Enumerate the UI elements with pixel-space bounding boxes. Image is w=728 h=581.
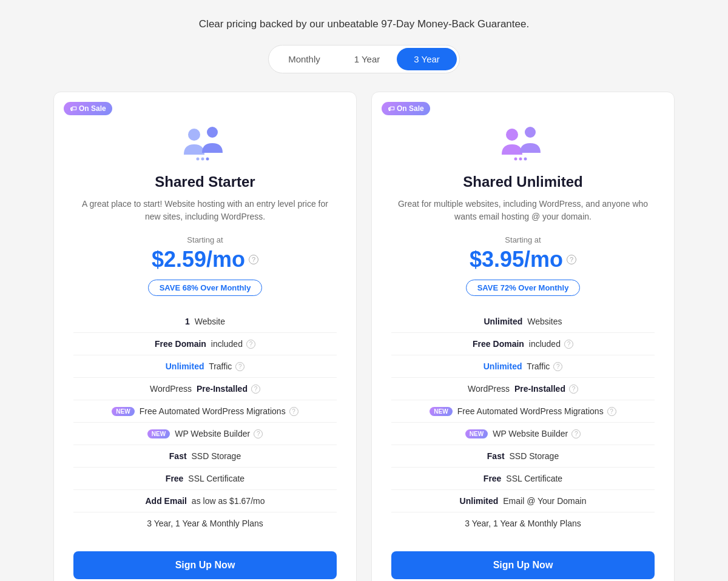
feature-builder-ul: NEW WP Website Builder ?	[391, 423, 655, 445]
price-value-starter: $2.59/mo	[152, 247, 245, 272]
traffic-help-icon-ul[interactable]: ?	[553, 362, 562, 371]
svg-point-5	[506, 129, 518, 141]
traffic-help-icon[interactable]: ?	[235, 362, 244, 371]
migrations-help-icon[interactable]: ?	[289, 407, 298, 416]
signup-button-starter[interactable]: Sign Up Now	[73, 551, 337, 579]
svg-point-6	[525, 127, 536, 138]
builder-help-icon[interactable]: ?	[254, 429, 263, 438]
save-badge-unlimited: SAVE 72% Over Monthly	[466, 280, 581, 296]
wp-help-icon[interactable]: ?	[251, 385, 260, 394]
price-help-icon-starter[interactable]: ?	[249, 255, 258, 264]
card-shared-starter: On Sale Shared Starter A great place to …	[53, 92, 357, 581]
new-badge-builder: NEW	[147, 429, 170, 438]
plan-icon-starter	[181, 121, 229, 164]
feature-traffic: Unlimited Traffic ?	[73, 355, 337, 378]
feature-ssl-ul: Free SSL Certificate	[391, 468, 655, 490]
svg-point-3	[201, 158, 204, 161]
plan-price-starter: $2.59/mo ?	[152, 247, 258, 272]
starting-at-unlimited: Starting at	[505, 235, 541, 244]
feature-ssl: Free SSL Certificate	[73, 468, 337, 490]
feature-email: Add Email as low as $1.67/mo	[73, 490, 337, 512]
feature-ssd: Fast SSD Storage	[73, 445, 337, 468]
page-subtitle: Clear pricing backed by our unbeatable 9…	[199, 18, 529, 30]
domain-help-icon-ul[interactable]: ?	[564, 340, 573, 349]
tab-monthly[interactable]: Monthly	[271, 48, 337, 70]
price-help-icon-unlimited[interactable]: ?	[567, 255, 576, 264]
feature-plans-ul: 3 Year, 1 Year & Monthly Plans	[391, 512, 655, 534]
feature-traffic-ul: Unlimited Traffic ?	[391, 355, 655, 378]
migrations-help-icon-ul[interactable]: ?	[607, 407, 616, 416]
tab-3year[interactable]: 3 Year	[397, 48, 457, 70]
svg-point-7	[514, 158, 517, 161]
feature-domain: Free Domain included ?	[73, 333, 337, 355]
new-badge-builder-ul: NEW	[465, 429, 488, 438]
features-list-starter: 1 Website Free Domain included ? Unlimit…	[54, 311, 356, 534]
plan-desc-unlimited: Great for multiple websites, including W…	[372, 198, 674, 223]
card-shared-unlimited: On Sale Shared Unlimited Great for multi…	[371, 92, 675, 581]
billing-toggle: Monthly 1 Year 3 Year	[268, 45, 460, 73]
feature-ssd-ul: Fast SSD Storage	[391, 445, 655, 468]
save-badge-starter: SAVE 68% Over Monthly	[148, 280, 263, 296]
new-badge-migrations: NEW	[112, 407, 134, 416]
feature-wordpress-ul: WordPress Pre-Installed ?	[391, 378, 655, 400]
plan-desc-starter: A great place to start! Website hosting …	[54, 198, 356, 223]
svg-point-0	[188, 129, 200, 141]
new-badge-migrations-ul: NEW	[430, 407, 452, 416]
svg-point-4	[206, 158, 209, 161]
signup-button-unlimited[interactable]: Sign Up Now	[391, 551, 655, 579]
feature-email-ul: Unlimited Email @ Your Domain	[391, 490, 655, 512]
svg-point-8	[519, 158, 522, 161]
feature-wordpress: WordPress Pre-Installed ?	[73, 378, 337, 400]
tab-1year[interactable]: 1 Year	[337, 48, 397, 70]
svg-point-1	[207, 127, 218, 138]
svg-point-2	[197, 158, 200, 161]
feature-websites: 1 Website	[73, 311, 337, 333]
price-value-unlimited: $3.95/mo	[470, 247, 563, 272]
on-sale-badge-starter: On Sale	[64, 102, 112, 115]
pricing-cards: On Sale Shared Starter A great place to …	[30, 92, 698, 581]
feature-migrations: NEW Free Automated WordPress Migrations …	[73, 400, 337, 423]
wp-help-icon-ul[interactable]: ?	[569, 385, 578, 394]
plan-icon-unlimited	[499, 121, 547, 164]
starting-at-starter: Starting at	[187, 235, 223, 244]
domain-help-icon[interactable]: ?	[246, 340, 255, 349]
feature-domain-ul: Free Domain included ?	[391, 333, 655, 355]
plan-price-unlimited: $3.95/mo ?	[470, 247, 576, 272]
feature-builder: NEW WP Website Builder ?	[73, 423, 337, 445]
plan-name-starter: Shared Starter	[155, 173, 255, 190]
feature-plans: 3 Year, 1 Year & Monthly Plans	[73, 512, 337, 534]
plan-name-unlimited: Shared Unlimited	[463, 173, 582, 190]
svg-point-9	[524, 158, 527, 161]
builder-help-icon-ul[interactable]: ?	[571, 429, 581, 438]
feature-migrations-ul: NEW Free Automated WordPress Migrations …	[391, 400, 655, 423]
on-sale-badge-unlimited: On Sale	[382, 102, 430, 115]
features-list-unlimited: Unlimited Websites Free Domain included …	[372, 311, 674, 534]
feature-websites-ul: Unlimited Websites	[391, 311, 655, 333]
